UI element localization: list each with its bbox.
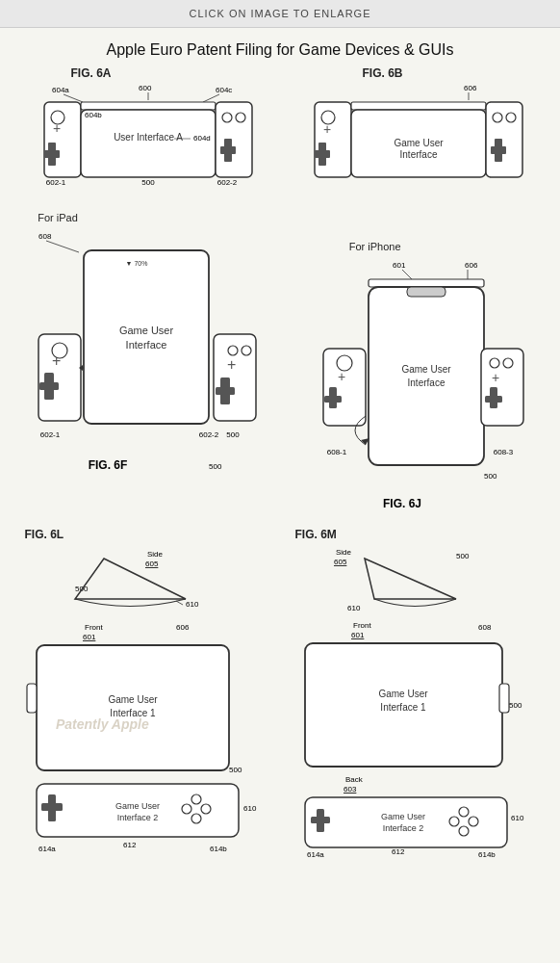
- watermark-6l: Patently Apple: [56, 716, 149, 732]
- ann-604d: 604d: [193, 134, 211, 143]
- ann-500-6f2: 500: [209, 462, 222, 471]
- ann-500-6f: 500: [226, 430, 240, 439]
- svg-rect-19: [315, 150, 330, 158]
- svg-point-51: [503, 358, 513, 368]
- fig-6f-block: For iPad 608 ▼ 70% Game User Interface +: [28, 212, 273, 503]
- ann-500-6m: 500: [456, 552, 470, 560]
- ann-612-6l: 612: [123, 841, 137, 849]
- ann-front-6m: Front: [353, 621, 371, 630]
- fig-6a-label: FIG. 6A: [71, 66, 112, 80]
- ui-label-6j: Game User: [401, 364, 451, 375]
- ann-614a-6m: 614a: [307, 850, 324, 859]
- svg-rect-68: [499, 684, 509, 713]
- svg-marker-66: [365, 559, 456, 599]
- fig-6f-for: For iPad: [38, 212, 78, 223]
- fig-6j-for: For iPhone: [349, 241, 401, 252]
- svg-rect-6: [44, 150, 60, 158]
- fig-6b-title: FIG. 6B: [363, 66, 403, 80]
- ui-6l-front: Game User: [108, 694, 158, 705]
- fig-row-3: FIG. 6L Side 605 500 610 Front 601 606: [10, 528, 550, 859]
- ann-610-6l: 610: [243, 804, 257, 813]
- ann-side-6l: Side: [147, 550, 164, 559]
- svg-point-65: [191, 814, 201, 823]
- ui-label-6a: User Interface A: [114, 132, 183, 143]
- content-area: FIG. 6A 604a 600 604c +: [0, 66, 560, 894]
- svg-point-62: [191, 794, 201, 804]
- fig-6a-block: FIG. 6A 604a 600 604c +: [35, 66, 256, 206]
- fig-6l-svg: Side 605 500 610 Front 601 606: [17, 541, 272, 859]
- svg-rect-44: [407, 287, 445, 297]
- plus-iphone-right: +: [492, 370, 499, 385]
- ann-606-6j: 606: [465, 261, 478, 270]
- svg-rect-39: [216, 387, 235, 395]
- svg-rect-58: [27, 684, 37, 713]
- ui-label-6b: Game User: [394, 138, 444, 148]
- fig-6b-block: FIG. 6B 606 + Game User Interface: [305, 66, 526, 206]
- ann-614a-6l: 614a: [38, 845, 56, 853]
- svg-point-50: [490, 358, 499, 368]
- ann-608-1: 608-1: [327, 448, 347, 456]
- svg-rect-7: [81, 102, 216, 110]
- plus-ipad-left: +: [52, 352, 61, 369]
- page-title: Apple Euro Patent Filing for Game Device…: [0, 28, 560, 66]
- svg-point-23: [493, 113, 502, 122]
- wifi-icon: ▼ 70%: [125, 260, 147, 267]
- ann-606-6l: 606: [176, 623, 190, 632]
- ann-500-6a: 500: [141, 178, 155, 187]
- ann-back-6m: Back: [345, 775, 364, 784]
- svg-rect-43: [369, 287, 484, 465]
- ann-606: 606: [464, 84, 477, 92]
- ui-6m-back2: Interface 2: [383, 823, 424, 833]
- ann-601-6m: 601: [351, 631, 365, 639]
- svg-line-2: [203, 94, 219, 102]
- ann-604c: 604c: [216, 86, 232, 94]
- svg-line-0: [64, 94, 83, 102]
- svg-rect-49: [481, 349, 523, 426]
- svg-rect-10: [216, 102, 252, 177]
- svg-rect-53: [485, 396, 502, 403]
- fig-6l-label: FIG. 6L: [25, 528, 64, 541]
- ann-608: 608: [38, 232, 52, 241]
- svg-point-72: [459, 807, 469, 817]
- ui-6l-back2: Interface 2: [117, 813, 159, 822]
- svg-point-37: [242, 346, 251, 355]
- top-banner[interactable]: CLICK ON IMAGE TO ENLARGE: [0, 0, 560, 28]
- ann-610-6l-top: 610: [186, 600, 199, 609]
- svg-rect-14: [220, 146, 236, 154]
- banner-text: CLICK ON IMAGE TO ENLARGE: [189, 8, 370, 19]
- svg-rect-61: [41, 803, 63, 811]
- ui-6m-front: Game User: [378, 689, 428, 699]
- ann-front-6l: Front: [85, 623, 103, 632]
- svg-point-63: [201, 804, 211, 814]
- fig-row-1: FIG. 6A 604a 600 604c +: [10, 66, 550, 206]
- fig-6a-title: FIG. 6A: [71, 66, 112, 80]
- fig-6f-label: FIG. 6F: [88, 458, 127, 472]
- fig-6m-block: FIG. 6M Side 605 500 610 Front 601 608: [286, 528, 546, 859]
- ui-6m-back: Game User: [381, 812, 425, 821]
- svg-line-40: [402, 270, 412, 279]
- svg-point-75: [459, 826, 469, 836]
- fig-6m-label: FIG. 6M: [295, 528, 337, 541]
- svg-point-64: [182, 804, 191, 814]
- ann-601-6j: 601: [393, 261, 406, 270]
- plus-left: +: [53, 120, 61, 136]
- ann-500-6l: 500: [229, 766, 242, 774]
- ann-side-6m: Side: [336, 548, 352, 557]
- ui-label-6b2: Interface: [399, 149, 437, 160]
- svg-line-56: [176, 601, 183, 605]
- ann-602-2-6f: 602-2: [199, 430, 219, 439]
- svg-point-11: [222, 113, 232, 122]
- svg-point-24: [506, 113, 516, 122]
- svg-line-27: [46, 241, 79, 252]
- ann-610-6m-bottom: 610: [511, 814, 524, 822]
- ann-602-1: 602-1: [45, 178, 65, 187]
- fig-6a-svg: 604a 600 604c + User Interface: [35, 81, 256, 206]
- ann-614b-6m: 614b: [478, 850, 496, 859]
- ann-605-6l: 605: [145, 560, 159, 568]
- ann-604a: 604a: [52, 86, 69, 94]
- fig-6m-svg: Side 605 500 610 Front 601 608 Game User: [288, 541, 543, 859]
- svg-point-74: [449, 817, 459, 826]
- svg-marker-55: [75, 559, 186, 599]
- svg-rect-8: [81, 110, 216, 177]
- ann-600: 600: [139, 84, 152, 92]
